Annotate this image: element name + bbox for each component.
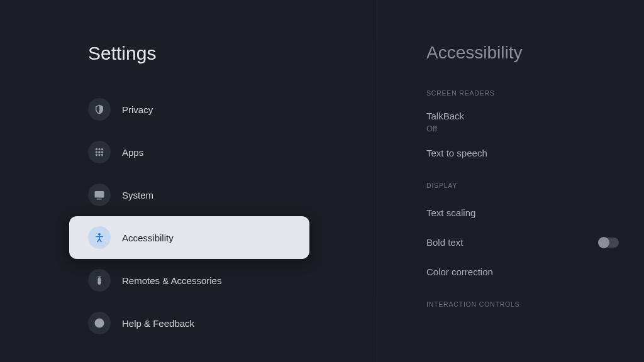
svg-point-5 <box>101 151 103 153</box>
setting-label: Color correction <box>426 266 493 277</box>
svg-point-11 <box>99 233 101 235</box>
panel-title: Accessibility <box>426 43 619 63</box>
svg-point-7 <box>99 154 101 156</box>
setting-text-scaling[interactable]: Text scaling <box>426 198 619 228</box>
bold-text-toggle[interactable] <box>599 238 619 248</box>
svg-point-2 <box>101 148 103 150</box>
sidebar-item-privacy[interactable]: Privacy <box>88 88 377 131</box>
svg-point-6 <box>96 154 97 156</box>
setting-sublabel: Off <box>426 124 464 133</box>
section-header-screen-readers: SCREEN READERS <box>426 89 619 97</box>
sidebar-item-label: Apps <box>122 147 143 158</box>
sidebar-item-help[interactable]: Help & Feedback <box>88 302 377 344</box>
svg-rect-12 <box>98 278 101 285</box>
setting-label: Text scaling <box>426 207 475 218</box>
sidebar-list: Privacy Apps System Accessibility <box>88 88 377 344</box>
shield-icon <box>88 98 111 121</box>
sidebar-item-label: System <box>122 190 153 200</box>
grid-icon <box>88 141 111 163</box>
sidebar-item-label: Privacy <box>122 104 153 115</box>
remote-icon <box>88 269 111 292</box>
setting-text-to-speech[interactable]: Text to speech <box>426 138 619 168</box>
sidebar: Settings Privacy Apps System <box>0 0 377 362</box>
sidebar-item-remotes[interactable]: Remotes & Accessories <box>88 259 377 302</box>
toggle-knob <box>598 237 609 248</box>
detail-panel: Accessibility SCREEN READERS TalkBack Of… <box>377 0 644 362</box>
setting-label: Bold text <box>426 237 463 248</box>
svg-point-8 <box>101 154 103 156</box>
sidebar-item-label: Accessibility <box>122 233 174 243</box>
monitor-icon <box>88 184 111 206</box>
section-header-interaction: INTERACTION CONTROLS <box>426 300 619 308</box>
settings-title: Settings <box>88 43 377 64</box>
svg-point-0 <box>96 148 97 150</box>
svg-point-14 <box>99 325 99 326</box>
setting-talkback[interactable]: TalkBack Off <box>426 106 619 138</box>
svg-point-1 <box>99 148 101 150</box>
setting-color-correction[interactable]: Color correction <box>426 257 619 287</box>
setting-bold-text[interactable]: Bold text <box>426 228 619 257</box>
section-header-display: DISPLAY <box>426 182 619 189</box>
svg-rect-9 <box>95 192 104 197</box>
sidebar-item-label: Remotes & Accessories <box>122 275 221 286</box>
sidebar-item-apps[interactable]: Apps <box>88 131 377 173</box>
accessibility-icon <box>88 226 111 249</box>
sidebar-item-accessibility[interactable]: Accessibility <box>69 216 309 259</box>
setting-label: Text to speech <box>426 148 487 158</box>
help-icon <box>88 312 111 334</box>
svg-point-4 <box>99 151 101 153</box>
svg-point-3 <box>96 151 97 153</box>
sidebar-item-system[interactable]: System <box>88 173 377 216</box>
sidebar-item-label: Help & Feedback <box>122 318 194 329</box>
setting-label: TalkBack <box>426 111 464 121</box>
